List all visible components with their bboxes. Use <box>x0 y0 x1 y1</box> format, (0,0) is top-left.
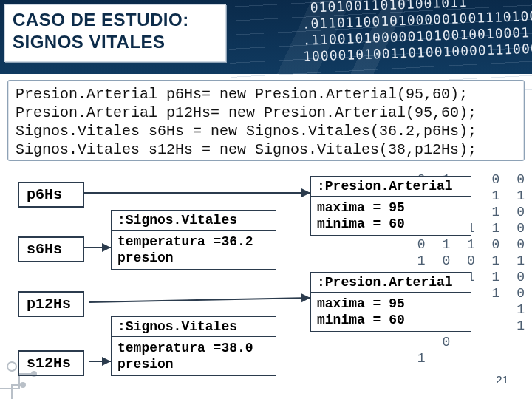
sv1-temperatura: temperatura =36.2 <box>117 233 270 250</box>
object-signos-vitales-2: :Signos.Vitales temperatura =38.0 presio… <box>111 316 276 376</box>
pa1-maxima: maxima = 95 <box>317 200 465 216</box>
sv2-title: :Signos.Vitales <box>112 317 276 336</box>
ref-p6Hs: p6Hs <box>18 182 84 208</box>
sv1-title: :Signos.Vitales <box>112 211 276 230</box>
circuit-decor-icon <box>0 344 56 399</box>
slide: 010100110101001011 .01101100101000001001… <box>0 0 532 399</box>
title-card: CASO DE ESTUDIO: SIGNOS VITALES <box>4 4 226 62</box>
ref-s6Hs: s6Hs <box>18 236 84 262</box>
code-block: Presion.Arterial p6Hs= new Presion.Arter… <box>7 80 525 161</box>
pa1-minima: minima = 60 <box>317 216 465 232</box>
svg-point-0 <box>32 372 36 376</box>
sv2-presion: presion <box>117 356 270 372</box>
code-text: Presion.Arterial p6Hs= new Presion.Arter… <box>16 85 516 159</box>
object-signos-vitales-1: :Signos.Vitales temperatura =36.2 presio… <box>111 210 276 270</box>
pa2-title: :Presion.Arterial <box>311 273 471 292</box>
pa2-minima: minima = 60 <box>317 312 465 328</box>
sv1-presion: presion <box>117 250 270 266</box>
svg-point-2 <box>7 362 16 371</box>
title-line2: SIGNOS VITALES <box>13 32 218 52</box>
object-presion-arterial-1: :Presion.Arterial maxima = 95 minima = 6… <box>310 176 471 236</box>
pa1-title: :Presion.Arterial <box>311 177 471 196</box>
page-number: 21 <box>496 373 508 386</box>
object-presion-arterial-2: :Presion.Arterial maxima = 95 minima = 6… <box>310 272 471 332</box>
svg-point-1 <box>21 383 25 387</box>
ref-p12Hs: p12Hs <box>18 291 84 317</box>
pa2-maxima: maxima = 95 <box>317 296 465 312</box>
object-diagram: 0 1 0 0 1 1 1 0 0 1 1 1 0 0 1 1 0 0 1 0 … <box>0 168 532 399</box>
title-line1: CASO DE ESTUDIO: <box>13 10 218 30</box>
binary-decor-text: 010100110101001011 .01101100101000001001… <box>301 0 532 65</box>
sv2-temperatura: temperatura =38.0 <box>117 340 270 356</box>
